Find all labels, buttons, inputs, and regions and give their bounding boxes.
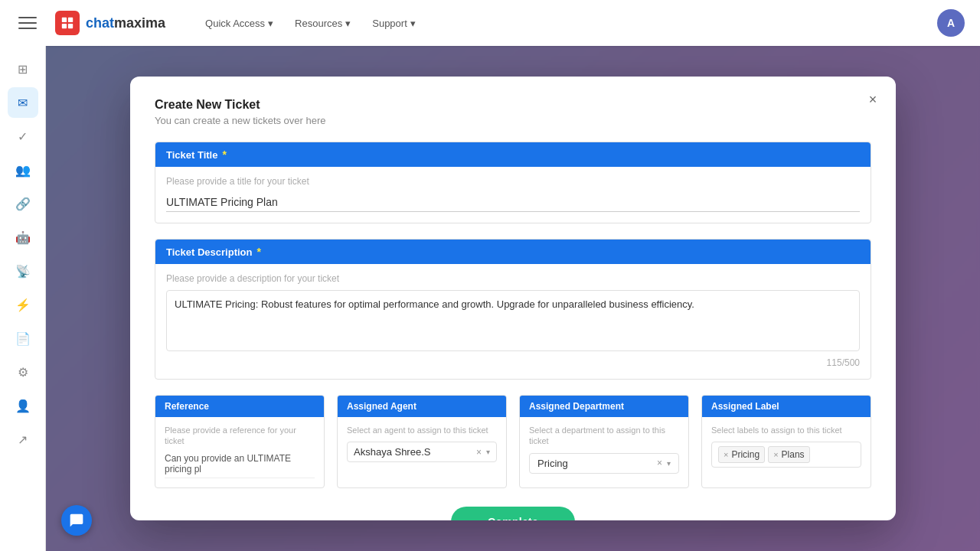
support-link[interactable]: Support ▾ — [363, 13, 425, 34]
ticket-description-required: * — [256, 246, 260, 258]
chat-widget[interactable] — [61, 505, 92, 536]
page-content: Create New Ticket You can create a new t… — [46, 46, 980, 551]
sidebar-item-profile[interactable]: 👤 — [8, 390, 38, 421]
modal-header: Create New Ticket You can create a new t… — [155, 98, 871, 126]
assigned-agent-header: Assigned Agent — [338, 396, 506, 417]
sidebar-item-inbox[interactable]: ✉ — [8, 87, 38, 118]
sidebar-item-campaigns[interactable]: ⚡ — [8, 289, 38, 320]
assigned-label-block: Assigned Label Select labels to assign t… — [701, 395, 871, 488]
logo-icon — [55, 11, 80, 35]
reference-body: Please provide a reference for your tick… — [155, 417, 324, 487]
pricing-tag-label: Pricing — [731, 449, 760, 460]
modal-title: Create New Ticket — [155, 98, 871, 112]
ticket-title-required: * — [222, 148, 226, 161]
ticket-description-section: Ticket Description * Please provide a de… — [155, 239, 871, 380]
agent-clear-icon[interactable]: × — [476, 447, 482, 458]
quick-access-link[interactable]: Quick Access ▾ — [196, 13, 283, 34]
labels-input[interactable]: × Pricing × Plans — [711, 442, 861, 468]
sidebar-item-logout[interactable]: ↗ — [8, 424, 38, 455]
resources-link[interactable]: Resources ▾ — [286, 13, 360, 34]
plans-label-tag: × Plans — [768, 446, 809, 463]
assigned-dept-header: Assigned Department — [520, 396, 688, 417]
ticket-title-hint: Please provide a title for your ticket — [166, 176, 860, 187]
ticket-description-header: Ticket Description * — [155, 240, 871, 264]
hamburger-menu[interactable] — [15, 11, 40, 35]
logo-text: chatmaxima — [86, 15, 165, 31]
reference-header: Reference — [155, 396, 324, 417]
user-avatar[interactable]: A — [937, 9, 965, 37]
reference-value: Can you provide an ULTIMATE pricing pl — [165, 453, 315, 478]
reference-block: Reference Please provide a reference for… — [155, 395, 325, 488]
modal-close-button[interactable]: × — [862, 89, 884, 110]
dept-select-value: Pricing — [537, 458, 657, 469]
sidebar-item-bots[interactable]: 🤖 — [8, 222, 38, 253]
nav-links: Quick Access ▾ Resources ▾ Support ▾ — [196, 13, 425, 34]
ticket-title-body: Please provide a title for your ticket — [155, 167, 871, 223]
agent-select-value: Akshaya Shree.S — [354, 446, 472, 458]
ticket-description-body: Please provide a description for your ti… — [155, 264, 871, 379]
assigned-dept-body: Select a department to assign to this ti… — [520, 417, 688, 483]
char-count: 115/500 — [166, 357, 860, 368]
ticket-title-section: Ticket Title * Please provide a title fo… — [155, 142, 871, 223]
ticket-title-header: Ticket Title * — [155, 142, 871, 167]
assigned-label-body: Select labels to assign to this ticket ×… — [702, 417, 871, 477]
assigned-agent-body: Select an agent to assign to this ticket… — [338, 417, 506, 471]
assigned-label-header: Assigned Label — [702, 396, 871, 417]
plans-tag-label: Plans — [782, 449, 805, 460]
ticket-title-input[interactable] — [166, 193, 860, 212]
sidebar-item-contacts[interactable]: 👥 — [8, 155, 38, 185]
agent-dropdown-icon[interactable]: ▾ — [486, 448, 490, 456]
dept-select[interactable]: Pricing × ▾ — [529, 453, 679, 474]
logo: chatmaxima — [55, 11, 165, 35]
main-content: ⊞ ✉ ✓ 👥 🔗 🤖 📡 ⚡ 📄 ⚙ 👤 ↗ Create New Ticke… — [0, 46, 980, 551]
create-ticket-modal: Create New Ticket You can create a new t… — [130, 77, 896, 520]
svg-rect-3 — [68, 24, 73, 28]
dept-dropdown-icon[interactable]: ▾ — [667, 459, 671, 468]
ticket-description-input[interactable]: ULTIMATE Pricing: Robust features for op… — [166, 290, 860, 351]
sidebar-item-broadcasts[interactable]: 📡 — [8, 256, 38, 286]
sidebar: ⊞ ✉ ✓ 👥 🔗 🤖 📡 ⚡ 📄 ⚙ 👤 ↗ — [0, 46, 46, 551]
svg-rect-0 — [62, 18, 67, 22]
app-shell: chatmaxima Quick Access ▾ Resources ▾ Su… — [0, 0, 980, 551]
dept-clear-icon[interactable]: × — [657, 458, 662, 468]
pricing-tag-remove[interactable]: × — [724, 450, 728, 459]
modal-subtitle: You can create a new tickets over here — [155, 115, 871, 126]
modal-overlay: Create New Ticket You can create a new t… — [46, 46, 980, 551]
svg-rect-2 — [62, 24, 67, 28]
sidebar-item-settings[interactable]: ⚙ — [8, 357, 38, 387]
assigned-agent-hint: Select an agent to assign to this ticket — [347, 425, 497, 435]
assigned-dept-hint: Select a department to assign to this ti… — [529, 425, 679, 447]
top-nav: chatmaxima Quick Access ▾ Resources ▾ Su… — [0, 0, 980, 46]
sidebar-item-dashboard[interactable]: ⊞ — [8, 54, 38, 84]
sidebar-item-links[interactable]: 🔗 — [8, 188, 38, 219]
ticket-description-hint: Please provide a description for your ti… — [166, 273, 860, 284]
complete-button[interactable]: Complete — [451, 507, 575, 520]
sidebar-item-reports[interactable]: 📄 — [8, 323, 38, 354]
plans-tag-remove[interactable]: × — [773, 450, 778, 459]
reference-hint: Please provide a reference for your tick… — [165, 425, 315, 447]
assigned-dept-block: Assigned Department Select a department … — [519, 395, 689, 488]
assigned-agent-block: Assigned Agent Select an agent to assign… — [337, 395, 507, 488]
svg-rect-1 — [68, 18, 73, 22]
sidebar-item-tasks[interactable]: ✓ — [8, 121, 38, 152]
four-col-section: Reference Please provide a reference for… — [155, 395, 871, 488]
assigned-label-hint: Select labels to assign to this ticket — [711, 425, 861, 435]
agent-select[interactable]: Akshaya Shree.S × ▾ — [347, 442, 497, 462]
pricing-label-tag: × Pricing — [718, 446, 765, 463]
